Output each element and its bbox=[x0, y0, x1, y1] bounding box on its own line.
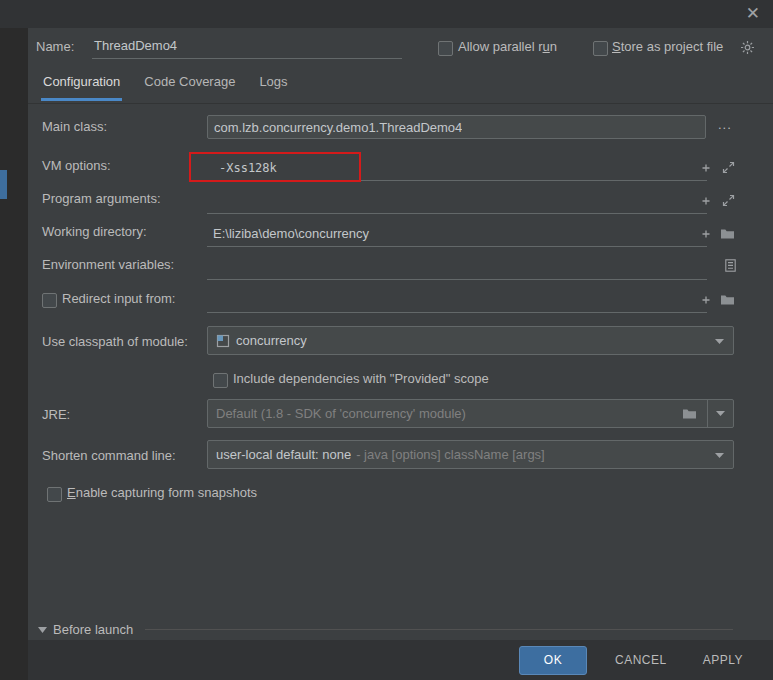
provided-scope-checkbox[interactable] bbox=[213, 373, 228, 388]
module-icon bbox=[216, 334, 230, 348]
store-post: tore as project file bbox=[621, 39, 724, 54]
vm-options-value: -Xss128k bbox=[207, 161, 277, 175]
chevron-down-icon bbox=[715, 453, 724, 458]
redirect-input-add-icon[interactable] bbox=[700, 294, 712, 306]
ok-button[interactable]: OK bbox=[519, 646, 587, 675]
enable-snapshots-post: nable capturing form snapshots bbox=[76, 485, 257, 500]
tab-bar: Configuration Code Coverage Logs bbox=[41, 74, 290, 101]
enable-snapshots-label: Enable capturing form snapshots bbox=[67, 485, 257, 500]
environment-variables-input[interactable] bbox=[207, 254, 707, 280]
redirect-input-label: Redirect input from: bbox=[62, 291, 175, 306]
use-classpath-dropdown[interactable]: concurrency bbox=[207, 326, 734, 355]
before-launch-collapse-icon[interactable] bbox=[38, 627, 47, 633]
program-arguments-label: Program arguments: bbox=[42, 191, 161, 206]
redirect-input-checkbox[interactable] bbox=[42, 293, 57, 308]
tab-configuration[interactable]: Configuration bbox=[41, 74, 122, 101]
working-directory-add-icon[interactable] bbox=[700, 228, 712, 240]
allow-parallel-run-checkbox[interactable] bbox=[438, 41, 453, 56]
allow-parallel-pre: Allow parallel r bbox=[458, 39, 543, 54]
before-launch-label[interactable]: Before launch bbox=[53, 622, 133, 637]
before-launch-separator bbox=[145, 629, 733, 630]
chevron-down-icon bbox=[716, 411, 725, 416]
program-arguments-input[interactable] bbox=[207, 188, 707, 214]
jre-value: Default (1.8 - SDK of 'concurrency' modu… bbox=[208, 406, 682, 421]
shorten-command-line-value: user-local default: none bbox=[208, 447, 351, 462]
provided-scope-label: Include dependencies with "Provided" sco… bbox=[233, 371, 489, 386]
background-selection-marker bbox=[0, 170, 7, 199]
vm-options-label: VM options: bbox=[42, 158, 111, 173]
program-arguments-expand-icon[interactable] bbox=[722, 194, 735, 207]
vm-options-expand-icon[interactable] bbox=[722, 161, 735, 174]
working-directory-label: Working directory: bbox=[42, 224, 147, 239]
enable-snapshots-mnemonic: E bbox=[67, 485, 76, 500]
store-as-project-file-label: Store as project file bbox=[612, 39, 723, 54]
name-input[interactable]: ThreadDemo4 bbox=[92, 33, 402, 59]
use-classpath-label: Use classpath of module: bbox=[42, 334, 188, 349]
use-classpath-value: concurrency bbox=[230, 333, 307, 348]
jre-dropdown[interactable]: Default (1.8 - SDK of 'concurrency' modu… bbox=[207, 399, 734, 428]
jre-divider bbox=[707, 400, 708, 427]
program-arguments-add-icon[interactable] bbox=[700, 195, 712, 207]
environment-variables-label: Environment variables: bbox=[42, 257, 174, 272]
jre-folder-icon[interactable] bbox=[682, 408, 697, 420]
tab-separator bbox=[28, 103, 773, 104]
allow-parallel-run-label: Allow parallel run bbox=[458, 39, 557, 54]
working-directory-value: E:\liziba\demo\concurrency bbox=[207, 226, 369, 241]
store-mnemonic: S bbox=[612, 39, 621, 54]
dialog-titlebar: ✕ bbox=[0, 0, 773, 28]
close-icon[interactable]: ✕ bbox=[746, 2, 760, 26]
main-class-value: com.lzb.concurrency.demo1.ThreadDemo4 bbox=[208, 120, 462, 135]
redirect-input-folder-icon[interactable] bbox=[720, 294, 735, 306]
run-debug-configuration-dialog: Name: ThreadDemo4 Allow parallel run Sto… bbox=[28, 28, 773, 640]
name-label: Name: bbox=[36, 39, 74, 54]
cancel-button[interactable]: CANCEL bbox=[607, 647, 675, 673]
tab-code-coverage[interactable]: Code Coverage bbox=[142, 74, 237, 101]
vm-options-add-icon[interactable] bbox=[700, 162, 712, 174]
main-class-label: Main class: bbox=[42, 119, 107, 134]
allow-parallel-mnemonic: u bbox=[543, 39, 550, 54]
chevron-down-icon bbox=[715, 339, 724, 344]
jre-label: JRE: bbox=[42, 407, 70, 422]
vm-options-input[interactable]: -Xss128k bbox=[207, 155, 707, 181]
tab-logs[interactable]: Logs bbox=[257, 74, 289, 101]
working-directory-input[interactable]: E:\liziba\demo\concurrency bbox=[207, 221, 707, 247]
name-value: ThreadDemo4 bbox=[92, 38, 177, 53]
working-directory-folder-icon[interactable] bbox=[720, 228, 735, 240]
environment-variables-list-icon[interactable] bbox=[725, 259, 736, 272]
redirect-input-field[interactable] bbox=[207, 287, 707, 313]
shorten-command-line-dropdown[interactable]: user-local default: none - java [options… bbox=[207, 440, 734, 469]
main-class-input[interactable]: com.lzb.concurrency.demo1.ThreadDemo4 bbox=[207, 115, 706, 139]
allow-parallel-post: n bbox=[550, 39, 557, 54]
gear-icon[interactable] bbox=[740, 40, 755, 55]
store-as-project-file-checkbox[interactable] bbox=[593, 41, 608, 56]
enable-snapshots-checkbox[interactable] bbox=[47, 487, 62, 502]
main-class-browse-button[interactable]: ... bbox=[718, 117, 732, 132]
shorten-command-line-hint: - java [options] className [args] bbox=[351, 447, 545, 462]
shorten-command-line-label: Shorten command line: bbox=[42, 448, 176, 463]
dialog-button-bar: OK CANCEL APPLY bbox=[28, 640, 773, 680]
apply-button[interactable]: APPLY bbox=[695, 647, 751, 673]
